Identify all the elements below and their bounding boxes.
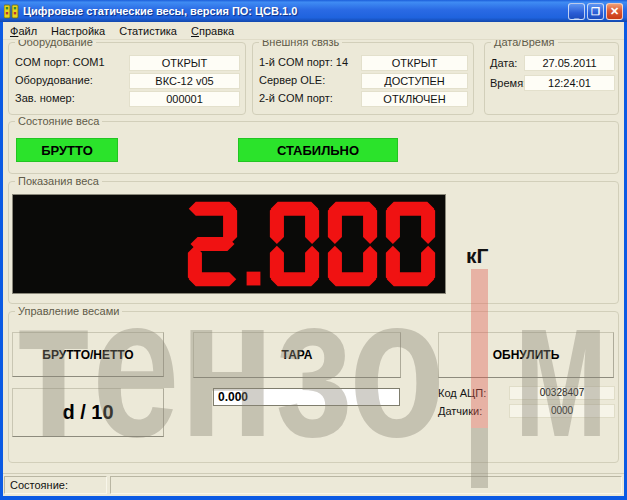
weight-readout-group: Показания веса кГ	[8, 181, 619, 304]
external-link-group: Внешняя связь 1-й COM порт: 14 ОТКРЫТ Се…	[252, 42, 474, 115]
menu-item-statistics[interactable]: Статистика	[112, 24, 184, 38]
sensors-value: 0000	[509, 404, 615, 418]
menu-item-settings[interactable]: Настройка	[44, 24, 112, 38]
minimize-button[interactable]: _	[568, 3, 585, 20]
app-icon	[4, 4, 19, 19]
time-label: Время:	[490, 77, 526, 89]
window-title: Цифровые статические весы, версия ПО: ЦС…	[23, 5, 568, 17]
title-bar: Цифровые статические весы, версия ПО: ЦС…	[0, 0, 627, 22]
menu-item-file[interactable]: Файл	[3, 24, 44, 38]
com2-status: ОТКЛЮЧЕН	[361, 91, 468, 107]
ole-label: Сервер OLE:	[259, 74, 325, 86]
close-button[interactable]: ✕	[606, 3, 623, 20]
device-value: ВКС-12 v05	[129, 73, 240, 89]
app-window: Цифровые статические весы, версия ПО: ЦС…	[0, 0, 627, 500]
stable-indicator: СТАБИЛЬНО	[238, 138, 398, 162]
status-bar: Состояние:	[3, 473, 624, 496]
weight-readout-caption: Показания веса	[15, 175, 102, 187]
window-border-bottom	[0, 496, 627, 500]
menu-bar: Файл Настройка Статистика Справка	[3, 22, 624, 40]
window-border-left	[0, 0, 3, 500]
tare-input[interactable]	[213, 388, 400, 406]
adc-value: 00328407	[509, 386, 615, 400]
com-port-label: COM порт: COM1	[15, 56, 105, 68]
controls-group: Управление весами БРУТТО/НЕТТО ТАРА ОБНУ…	[8, 311, 619, 463]
segment-dot	[244, 200, 263, 288]
d10-button[interactable]: d / 10	[12, 388, 164, 437]
weight-state-caption: Состояние веса	[15, 115, 102, 127]
gross-net-button[interactable]: БРУТТО/НЕТТО	[12, 332, 164, 377]
segment-digit	[384, 200, 437, 288]
seven-segment-display	[12, 194, 446, 294]
serial-label: Зав. номер:	[15, 92, 75, 104]
datetime-group: Дата/Время Дата: 27.05.2011 Время: 12:24…	[484, 42, 619, 115]
gross-indicator: БРУТТО	[16, 138, 118, 162]
com2-label: 2-й COM порт:	[259, 92, 333, 104]
adc-label: Код АЦП:	[438, 387, 486, 399]
com-port-status: ОТКРЫТ	[129, 55, 240, 71]
equipment-group: Оборудование COM порт: COM1 ОТКРЫТ Обору…	[8, 42, 246, 115]
device-label: Оборудование:	[15, 74, 93, 86]
sensors-label: Датчики:	[438, 405, 482, 417]
status-value-panel	[110, 476, 622, 494]
segment-digit	[186, 200, 239, 288]
serial-value: 000001	[129, 91, 240, 107]
com1-label: 1-й COM порт: 14	[259, 56, 348, 68]
com1-status: ОТКРЫТ	[361, 55, 468, 71]
time-value: 12:24:01	[524, 75, 615, 91]
date-label: Дата:	[490, 57, 517, 69]
status-label: Состояние:	[10, 479, 68, 491]
ole-status: ДОСТУПЕН	[361, 73, 468, 89]
segment-digit	[268, 200, 321, 288]
segment-digit	[326, 200, 379, 288]
tare-button[interactable]: ТАРА	[193, 332, 401, 378]
weight-state-group: Состояние веса БРУТТО СТАБИЛЬНО	[8, 121, 619, 174]
zero-button[interactable]: ОБНУЛИТЬ	[438, 332, 614, 378]
status-label-panel: Состояние:	[4, 476, 107, 494]
controls-caption: Управление весами	[15, 305, 122, 317]
maximize-button[interactable]: ❐	[587, 3, 604, 20]
unit-label: кГ	[466, 244, 488, 268]
menu-item-help[interactable]: Справка	[184, 24, 241, 38]
date-value: 27.05.2011	[524, 55, 615, 71]
